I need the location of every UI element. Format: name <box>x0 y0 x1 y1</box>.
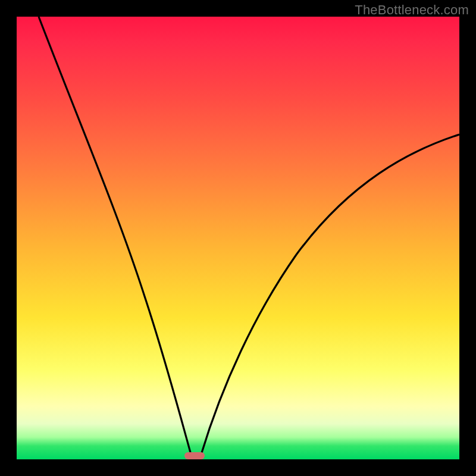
watermark-text: TheBottleneck.com <box>355 2 469 18</box>
curve-right-branch <box>201 134 459 455</box>
optimum-marker <box>184 452 205 459</box>
bottleneck-curve <box>17 17 459 459</box>
curve-left-branch <box>39 17 191 455</box>
plot-area <box>17 17 459 459</box>
chart-frame: TheBottleneck.com <box>0 0 476 476</box>
